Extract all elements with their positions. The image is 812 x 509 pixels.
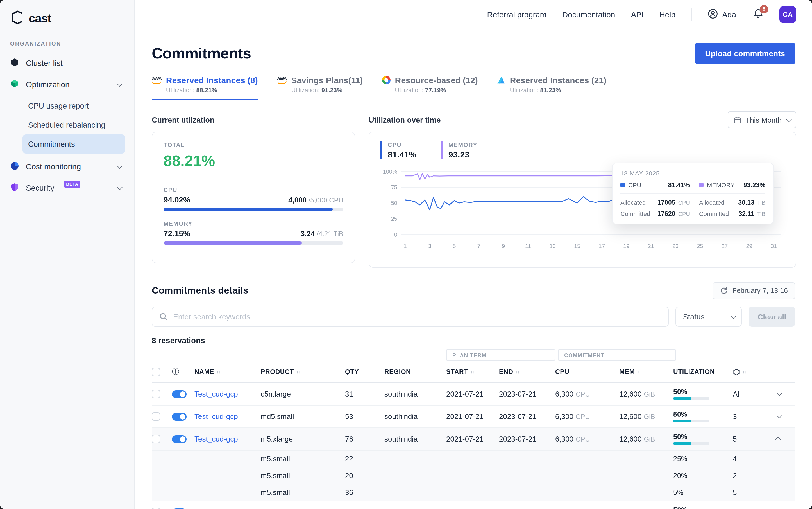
clusters-cell: 5 [733, 435, 767, 443]
column-header-start[interactable]: START↓↑ [446, 368, 499, 375]
column-header-mem[interactable]: MEM↓↑ [619, 368, 673, 375]
x-axis-label: 13 [550, 243, 556, 249]
brand-logo[interactable]: cast [9, 9, 125, 27]
chart-tooltip: 18 MAY 2025 CPU81.41% MEMORY93.23% Alloc… [612, 163, 774, 225]
sort-icon: ↓↑ [361, 369, 365, 375]
region-cell: southindia [384, 508, 446, 509]
utilization-cell: 50% [673, 411, 733, 422]
expand-row-button[interactable] [767, 392, 795, 396]
nav-link-documentation[interactable]: Documentation [562, 10, 615, 19]
sort-icon: ↓↑ [216, 369, 220, 375]
reservation-name-link[interactable]: Test_cud-gcp [194, 435, 261, 443]
tab-gcp-resource-based[interactable]: Resource-based (12) Utilization:77.19% [382, 75, 478, 100]
checkbox[interactable] [152, 390, 160, 398]
column-header-name[interactable]: NAME↓↑ [194, 368, 261, 375]
clear-all-button[interactable]: Clear all [749, 307, 795, 327]
sort-icon: ↓↑ [470, 369, 474, 375]
select-all-checkbox[interactable] [152, 368, 172, 376]
qty-cell: 20 [345, 471, 384, 480]
x-axis-label: 15 [574, 243, 580, 249]
chevron-up-icon [775, 437, 781, 442]
reservations-table: PLAN TERM COMMITMENT ⓘNAME↓↑PRODUCT↓↑QTY… [152, 349, 795, 509]
sidebar-item-cost-monitoring[interactable]: Cost monitoring [9, 156, 125, 177]
row-toggle[interactable] [172, 390, 194, 398]
row-toggle[interactable] [172, 435, 194, 443]
reservation-name-link[interactable]: Test_cud-gcp [194, 390, 261, 398]
clusters-cell: 3 [733, 508, 767, 509]
nav-link-help[interactable]: Help [659, 10, 676, 19]
checkbox[interactable] [152, 435, 160, 443]
column-header-product[interactable]: PRODUCT↓↑ [261, 368, 345, 375]
checkbox[interactable] [152, 412, 160, 421]
status-filter[interactable]: Status [676, 307, 742, 327]
search-input[interactable] [173, 312, 662, 321]
toggle-switch[interactable] [172, 435, 187, 443]
sidebar-item-cpu-usage-report[interactable]: CPU usage report [23, 96, 125, 115]
brand-name: cast [29, 12, 51, 25]
row-checkbox[interactable] [152, 390, 172, 398]
commitment-group-header: COMMITMENT [558, 349, 676, 361]
row-checkbox[interactable] [152, 412, 172, 421]
table-body: Test_cud-gcpc5n.large31southindia2021-07… [152, 383, 795, 509]
refresh-button[interactable]: February 7, 13:16 [713, 282, 795, 299]
aws-icon: aws [152, 75, 161, 85]
search-box [152, 307, 669, 327]
qty-cell: 31 [345, 390, 384, 398]
tab-label: Savings Plans(11) [291, 75, 363, 85]
memory-capacity: 3.24 /4.21 TiB [301, 230, 343, 238]
checkbox[interactable] [152, 368, 160, 376]
cpu-commitment-cell: 6,300CPU [555, 412, 619, 421]
table-subrow: m5.small365%5 [152, 484, 795, 501]
sort-icon: ↓↑ [742, 369, 746, 375]
period-selector[interactable]: This Month [728, 111, 796, 128]
y-axis-label: 0 [394, 232, 397, 238]
cpu-utilization-pct: 94.02% [163, 195, 190, 204]
reservation-name-link[interactable]: Test_cud-gcp [194, 412, 261, 421]
sidebar-item-optimization[interactable]: Optimization [9, 74, 125, 95]
main-area: Referral program Documentation API Help … [135, 0, 812, 509]
column-header-cpu[interactable]: CPU↓↑ [555, 368, 619, 375]
reservation-name-link[interactable]: Test_cud-gcp [194, 508, 261, 509]
qty-cell: 76 [345, 435, 384, 443]
notifications-button[interactable]: 8 [753, 8, 764, 21]
nav-link-referral-program[interactable]: Referral program [487, 10, 547, 19]
column-header-end[interactable]: END↓↑ [499, 368, 555, 375]
cpu-label: CPU [163, 186, 343, 193]
toggle-switch[interactable] [172, 412, 187, 420]
search-icon [159, 312, 168, 321]
toggle-switch[interactable] [172, 390, 187, 398]
avatar[interactable]: CA [779, 6, 796, 23]
column-header-qty[interactable]: QTY↓↑ [345, 368, 384, 375]
expand-row-button[interactable] [767, 437, 795, 441]
tab-azure-reserved-instances[interactable]: Reserved Instances (21) Utilization:81.2… [497, 75, 606, 100]
tab-aws-reserved-instances[interactable]: aws Reserved Instances (8) Utilization:8… [152, 75, 258, 100]
x-axis-label: 23 [672, 243, 678, 249]
refresh-icon [720, 287, 728, 295]
cpu-over-time-value: 81.41% [388, 149, 416, 159]
sidebar-item-security[interactable]: Security BETA [9, 177, 125, 199]
sidebar-item-commitments[interactable]: Commitments [23, 134, 125, 154]
utilization-bar [673, 442, 709, 445]
sidebar-item-cluster-list[interactable]: Cluster list [9, 52, 125, 74]
expand-row-button[interactable] [767, 414, 795, 418]
row-toggle[interactable] [172, 412, 194, 420]
x-axis-label: 7 [477, 243, 480, 249]
column-header-region[interactable]: REGION↓↑ [384, 368, 446, 375]
tab-aws-savings-plans[interactable]: aws Savings Plans(11) Utilization:91.23% [277, 75, 363, 100]
column-header-utilization[interactable]: UTILIZATION↓↑ [673, 368, 733, 375]
tab-label: Reserved Instances (8) [166, 75, 258, 85]
chevron-down-icon [786, 116, 792, 122]
nav-link-api[interactable]: API [631, 10, 643, 19]
utilization-over-time-panel: Utilization over time This Month CPU 81.… [369, 112, 796, 268]
table-row: Test_cud-gcpmd5.small53southindia2021-07… [152, 406, 795, 428]
column-header-clusters[interactable]: ↓↑ [733, 368, 767, 375]
row-checkbox[interactable] [152, 508, 172, 509]
row-checkbox[interactable] [152, 435, 172, 443]
sidebar-item-scheduled-rebalancing[interactable]: Scheduled rebalancing [23, 115, 125, 134]
last-refreshed: February 7, 13:16 [733, 287, 788, 295]
checkbox[interactable] [152, 508, 160, 509]
upload-commitments-button[interactable]: Upload commitments [695, 43, 795, 64]
sidebar-item-label: Optimization [26, 80, 70, 89]
user-menu[interactable]: Ada [707, 8, 736, 21]
tab-utilization: Utilization:77.19% [395, 87, 478, 93]
